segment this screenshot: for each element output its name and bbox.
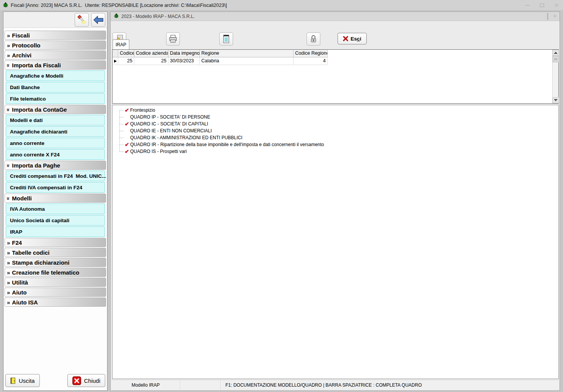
- status-help-panel: F1: DOCUMENTAZIONE MODELLO/QUADRO | BARR…: [221, 380, 559, 390]
- child-maximize-button[interactable]: [547, 14, 548, 19]
- child-toolbar: Esci: [111, 21, 560, 49]
- sidebar-menu-row[interactable]: » Anagrafiche dichiaranti: [6, 126, 105, 137]
- search-flashlight-button[interactable]: [75, 13, 89, 27]
- tree-item[interactable]: ✔ Frontespizio: [118, 107, 558, 114]
- check-icon: ✔: [124, 142, 130, 148]
- row-selector-cell[interactable]: [113, 57, 118, 65]
- app-bug-icon: [3, 2, 8, 9]
- sidebar-menu-row[interactable]: » Importa da ContaGe: [5, 105, 106, 114]
- sidebar-item-label: F24: [12, 239, 22, 246]
- sidebar-item-label: Fiscali: [12, 32, 30, 39]
- chevron-icon: »: [7, 52, 10, 58]
- app-bug-icon: [114, 13, 119, 20]
- sidebar-menu-row[interactable]: » Modelli e dati: [6, 115, 105, 125]
- sidebar-menu-row[interactable]: » anno corrente X F24: [6, 149, 105, 160]
- tree-item[interactable]: ✔ QUADRO IK - AMMINISTRAZIONI ED ENTI PU…: [118, 134, 558, 141]
- tab-label: IRAP: [116, 42, 126, 47]
- back-arrow-icon: [93, 16, 103, 24]
- sidebar-menu-row[interactable]: » File telematico: [6, 93, 105, 104]
- sidebar-menu-row[interactable]: » Protocollo: [5, 41, 106, 50]
- scrollbar-thumb[interactable]: [553, 56, 559, 62]
- sidebar-menu-row[interactable]: » Anagrafiche e Modelli: [6, 70, 105, 81]
- sidebar-item-label: Anagrafiche e Modelli: [10, 73, 64, 79]
- sidebar-item-label: Stampa dichiarazioni: [12, 259, 69, 266]
- scroll-down-icon: [554, 99, 558, 101]
- sidebar-menu-row[interactable]: » IVA Autonoma: [6, 203, 105, 214]
- tree-item[interactable]: ✔ QUADRO IS - Prospetti vari: [118, 148, 558, 155]
- scroll-down-button[interactable]: [553, 97, 559, 103]
- cell-regione[interactable]: Calabria: [200, 57, 294, 65]
- maximize-button[interactable]: [539, 3, 545, 8]
- lock-button[interactable]: [307, 33, 320, 46]
- main-window-titlebar: Fiscali [Anno: 2023] MACA S.R.L. Utente:…: [0, 0, 563, 11]
- tree-item-label: QUADRO IC - SOCIETA' DI CAPITALI: [130, 121, 208, 127]
- chiudi-button[interactable]: Chiudi: [67, 374, 105, 387]
- sidebar-menu-row[interactable]: » IRAP: [6, 226, 105, 237]
- selector-column-header: [113, 50, 118, 57]
- cell-codice-regione[interactable]: 4: [294, 57, 328, 65]
- sidebar-menu-row[interactable]: » Creazione file telematico: [5, 268, 106, 277]
- quadri-tree: ✔ Frontespizio ✔ QUADRO IP - SOCIETA' DI…: [118, 107, 558, 155]
- sidebar-item-label: IVA Autonoma: [10, 206, 45, 212]
- cell-data-impegno[interactable]: 30/03/2023: [168, 57, 200, 65]
- check-icon: ✔: [124, 148, 130, 155]
- sidebar-item-label: anno corrente X F24: [10, 152, 60, 158]
- chevron-icon: »: [7, 42, 10, 48]
- sidebar-menu-row[interactable]: » Aiuto ISA: [5, 298, 106, 307]
- table-row[interactable]: 25 25 30/03/2023 Calabria 4: [113, 57, 558, 65]
- sidebar-menu-row[interactable]: » Crediti IVA compensati in F24: [6, 182, 105, 193]
- sidebar-menu-row[interactable]: » Archivi: [5, 50, 106, 60]
- grid-vertical-scrollbar[interactable]: [552, 50, 558, 103]
- tree-item[interactable]: ✔ QUADRO IP - SOCIETA' DI PERSONE: [118, 114, 558, 120]
- tree-item-label: QUADRO IS - Prospetti vari: [130, 149, 187, 154]
- sidebar-menu-row[interactable]: » Crediti compensati in F24 Mod. UNIC...: [6, 171, 105, 181]
- sidebar-menu-row[interactable]: » Aiuto: [5, 288, 106, 297]
- column-header[interactable]: Codice: [118, 50, 134, 57]
- notes-button[interactable]: [219, 33, 233, 46]
- close-x-icon: [72, 376, 81, 385]
- tree-item[interactable]: ✔ QUADRO IC - SOCIETA' DI CAPITALI: [118, 120, 558, 127]
- column-header[interactable]: Codice Regione: [294, 50, 328, 57]
- check-icon: ✔: [124, 107, 130, 113]
- child-close-button[interactable]: ×: [553, 14, 556, 19]
- uscita-button[interactable]: Uscita: [5, 374, 40, 387]
- tree-item[interactable]: ✔ QUADRO IR - Ripartizione della base im…: [118, 141, 558, 148]
- sidebar-menu-row[interactable]: » Utilità: [5, 278, 106, 287]
- cell-codice-azienda[interactable]: 25: [134, 57, 168, 65]
- chevron-icon: »: [7, 260, 10, 265]
- tree-item[interactable]: ✔ QUADRO IE - ENTI NON COMERCIALI: [118, 127, 558, 134]
- sidebar-menu-row[interactable]: » Dati Banche: [6, 82, 105, 93]
- sidebar-item-label: Modelli e dati: [10, 117, 43, 123]
- scroll-up-button[interactable]: [553, 50, 559, 56]
- sidebar-menu-row[interactable]: » Tabelle codici: [5, 248, 106, 257]
- sidebar-menu-row[interactable]: » anno corrente: [6, 138, 105, 148]
- esci-button[interactable]: Esci: [338, 33, 367, 44]
- sidebar-menu-row[interactable]: » Modelli: [5, 194, 106, 203]
- sidebar-item-label: Crediti compensati in F24 Mod. UNIC...: [10, 173, 106, 179]
- tab-irap[interactable]: IRAP: [113, 39, 129, 49]
- tree-guide-line: [119, 124, 124, 124]
- sidebar-menu-row[interactable]: » Stampa dichiarazioni: [5, 258, 106, 267]
- close-button[interactable]: ×: [554, 3, 559, 8]
- minimize-button[interactable]: [525, 3, 530, 8]
- back-button[interactable]: [91, 13, 105, 27]
- sidebar-footer: Uscita Chiudi: [5, 374, 105, 387]
- chevron-icon: »: [7, 280, 10, 285]
- sidebar-menu-row[interactable]: » Fiscali: [5, 31, 106, 40]
- column-header[interactable]: Codice azienda: [134, 50, 168, 57]
- status-model-label: Modello IRAP: [132, 382, 160, 388]
- uscita-label: Uscita: [19, 377, 35, 384]
- sidebar-menu-row[interactable]: » Importa da Fiscali: [5, 60, 106, 70]
- sidebar-menu-row[interactable]: » Importa da Paghe: [5, 161, 106, 170]
- column-header[interactable]: Regione: [200, 50, 294, 57]
- lock-icon: [310, 35, 317, 43]
- print-button[interactable]: [166, 33, 180, 46]
- sidebar-item-label: Aiuto: [12, 289, 26, 296]
- tree-item-label: QUADRO IR - Ripartizione della base impo…: [130, 142, 324, 147]
- sidebar-menu-row[interactable]: » F24: [5, 238, 106, 247]
- maximize-icon: [547, 13, 548, 20]
- sidebar-menu-row[interactable]: » Unico Società di capitali: [6, 215, 105, 226]
- chevron-icon: »: [7, 270, 10, 275]
- column-header[interactable]: Data impegno: [168, 50, 200, 57]
- cell-codice[interactable]: 25: [118, 57, 134, 65]
